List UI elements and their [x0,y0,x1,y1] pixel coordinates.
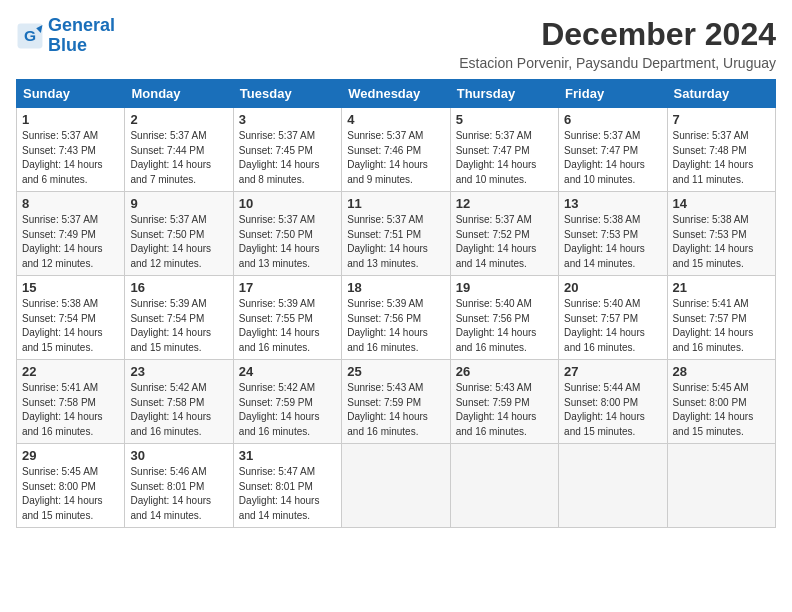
day-number: 19 [456,280,553,295]
day-number: 21 [673,280,770,295]
calendar-cell: 19Sunrise: 5:40 AMSunset: 7:56 PMDayligh… [450,276,558,360]
logo-text: General Blue [48,16,115,56]
calendar-cell: 31Sunrise: 5:47 AMSunset: 8:01 PMDayligh… [233,444,341,528]
day-info: Sunrise: 5:38 AMSunset: 7:53 PMDaylight:… [564,213,661,271]
day-info: Sunrise: 5:37 AMSunset: 7:46 PMDaylight:… [347,129,444,187]
logo-icon: G [16,22,44,50]
day-number: 9 [130,196,227,211]
day-number: 11 [347,196,444,211]
calendar-cell: 11Sunrise: 5:37 AMSunset: 7:51 PMDayligh… [342,192,450,276]
day-info: Sunrise: 5:37 AMSunset: 7:51 PMDaylight:… [347,213,444,271]
calendar-cell: 16Sunrise: 5:39 AMSunset: 7:54 PMDayligh… [125,276,233,360]
day-number: 31 [239,448,336,463]
calendar-cell: 13Sunrise: 5:38 AMSunset: 7:53 PMDayligh… [559,192,667,276]
day-info: Sunrise: 5:40 AMSunset: 7:56 PMDaylight:… [456,297,553,355]
day-number: 23 [130,364,227,379]
svg-text:G: G [24,26,36,43]
day-number: 24 [239,364,336,379]
calendar-cell: 1Sunrise: 5:37 AMSunset: 7:43 PMDaylight… [17,108,125,192]
calendar-week-row: 22Sunrise: 5:41 AMSunset: 7:58 PMDayligh… [17,360,776,444]
day-number: 30 [130,448,227,463]
calendar-cell: 30Sunrise: 5:46 AMSunset: 8:01 PMDayligh… [125,444,233,528]
calendar-cell: 29Sunrise: 5:45 AMSunset: 8:00 PMDayligh… [17,444,125,528]
calendar-cell: 26Sunrise: 5:43 AMSunset: 7:59 PMDayligh… [450,360,558,444]
day-info: Sunrise: 5:38 AMSunset: 7:53 PMDaylight:… [673,213,770,271]
day-number: 20 [564,280,661,295]
month-title: December 2024 [459,16,776,53]
day-info: Sunrise: 5:42 AMSunset: 7:58 PMDaylight:… [130,381,227,439]
day-number: 18 [347,280,444,295]
calendar-cell [667,444,775,528]
weekday-header-thursday: Thursday [450,80,558,108]
calendar-cell: 25Sunrise: 5:43 AMSunset: 7:59 PMDayligh… [342,360,450,444]
day-info: Sunrise: 5:38 AMSunset: 7:54 PMDaylight:… [22,297,119,355]
calendar-cell: 27Sunrise: 5:44 AMSunset: 8:00 PMDayligh… [559,360,667,444]
day-info: Sunrise: 5:37 AMSunset: 7:50 PMDaylight:… [130,213,227,271]
day-number: 15 [22,280,119,295]
calendar-cell: 22Sunrise: 5:41 AMSunset: 7:58 PMDayligh… [17,360,125,444]
day-info: Sunrise: 5:37 AMSunset: 7:45 PMDaylight:… [239,129,336,187]
weekday-header-wednesday: Wednesday [342,80,450,108]
day-info: Sunrise: 5:44 AMSunset: 8:00 PMDaylight:… [564,381,661,439]
calendar-cell: 3Sunrise: 5:37 AMSunset: 7:45 PMDaylight… [233,108,341,192]
calendar-cell: 15Sunrise: 5:38 AMSunset: 7:54 PMDayligh… [17,276,125,360]
calendar-cell: 8Sunrise: 5:37 AMSunset: 7:49 PMDaylight… [17,192,125,276]
calendar-cell: 12Sunrise: 5:37 AMSunset: 7:52 PMDayligh… [450,192,558,276]
calendar-cell: 14Sunrise: 5:38 AMSunset: 7:53 PMDayligh… [667,192,775,276]
day-info: Sunrise: 5:41 AMSunset: 7:58 PMDaylight:… [22,381,119,439]
day-number: 7 [673,112,770,127]
calendar-cell [559,444,667,528]
day-number: 27 [564,364,661,379]
calendar-week-row: 29Sunrise: 5:45 AMSunset: 8:00 PMDayligh… [17,444,776,528]
day-number: 14 [673,196,770,211]
day-info: Sunrise: 5:45 AMSunset: 8:00 PMDaylight:… [22,465,119,523]
calendar-cell: 20Sunrise: 5:40 AMSunset: 7:57 PMDayligh… [559,276,667,360]
calendar-table: SundayMondayTuesdayWednesdayThursdayFrid… [16,79,776,528]
logo: G General Blue [16,16,115,56]
day-number: 16 [130,280,227,295]
day-info: Sunrise: 5:42 AMSunset: 7:59 PMDaylight:… [239,381,336,439]
day-info: Sunrise: 5:37 AMSunset: 7:43 PMDaylight:… [22,129,119,187]
day-number: 2 [130,112,227,127]
calendar-cell: 9Sunrise: 5:37 AMSunset: 7:50 PMDaylight… [125,192,233,276]
calendar-cell [342,444,450,528]
calendar-cell: 28Sunrise: 5:45 AMSunset: 8:00 PMDayligh… [667,360,775,444]
day-info: Sunrise: 5:39 AMSunset: 7:55 PMDaylight:… [239,297,336,355]
day-number: 26 [456,364,553,379]
calendar-cell: 7Sunrise: 5:37 AMSunset: 7:48 PMDaylight… [667,108,775,192]
day-info: Sunrise: 5:47 AMSunset: 8:01 PMDaylight:… [239,465,336,523]
calendar-cell: 17Sunrise: 5:39 AMSunset: 7:55 PMDayligh… [233,276,341,360]
day-number: 10 [239,196,336,211]
calendar-cell: 5Sunrise: 5:37 AMSunset: 7:47 PMDaylight… [450,108,558,192]
page-header: G General Blue December 2024 Estacion Po… [16,16,776,71]
day-info: Sunrise: 5:43 AMSunset: 7:59 PMDaylight:… [347,381,444,439]
calendar-header-row: SundayMondayTuesdayWednesdayThursdayFrid… [17,80,776,108]
day-info: Sunrise: 5:43 AMSunset: 7:59 PMDaylight:… [456,381,553,439]
day-number: 5 [456,112,553,127]
day-info: Sunrise: 5:37 AMSunset: 7:47 PMDaylight:… [564,129,661,187]
calendar-cell: 4Sunrise: 5:37 AMSunset: 7:46 PMDaylight… [342,108,450,192]
weekday-header-saturday: Saturday [667,80,775,108]
calendar-cell: 23Sunrise: 5:42 AMSunset: 7:58 PMDayligh… [125,360,233,444]
calendar-cell: 2Sunrise: 5:37 AMSunset: 7:44 PMDaylight… [125,108,233,192]
day-number: 3 [239,112,336,127]
day-info: Sunrise: 5:37 AMSunset: 7:47 PMDaylight:… [456,129,553,187]
day-info: Sunrise: 5:41 AMSunset: 7:57 PMDaylight:… [673,297,770,355]
title-block: December 2024 Estacion Porvenir, Paysand… [459,16,776,71]
weekday-header-friday: Friday [559,80,667,108]
day-info: Sunrise: 5:46 AMSunset: 8:01 PMDaylight:… [130,465,227,523]
weekday-header-monday: Monday [125,80,233,108]
weekday-header-sunday: Sunday [17,80,125,108]
day-number: 6 [564,112,661,127]
calendar-cell: 10Sunrise: 5:37 AMSunset: 7:50 PMDayligh… [233,192,341,276]
day-number: 25 [347,364,444,379]
weekday-header-tuesday: Tuesday [233,80,341,108]
calendar-week-row: 1Sunrise: 5:37 AMSunset: 7:43 PMDaylight… [17,108,776,192]
logo-line1: General [48,15,115,35]
day-number: 17 [239,280,336,295]
day-info: Sunrise: 5:37 AMSunset: 7:49 PMDaylight:… [22,213,119,271]
calendar-cell [450,444,558,528]
day-info: Sunrise: 5:39 AMSunset: 7:56 PMDaylight:… [347,297,444,355]
calendar-cell: 21Sunrise: 5:41 AMSunset: 7:57 PMDayligh… [667,276,775,360]
day-info: Sunrise: 5:40 AMSunset: 7:57 PMDaylight:… [564,297,661,355]
